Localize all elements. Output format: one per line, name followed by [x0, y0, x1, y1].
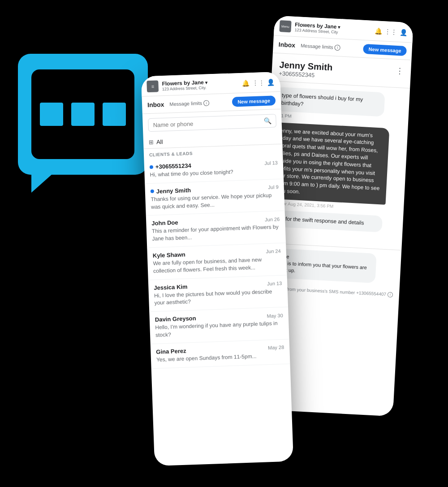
back-message-limits: Message limits i — [301, 43, 340, 51]
conv-more-options-icon[interactable]: ⋮ — [396, 66, 404, 76]
front-new-message-button[interactable]: New message — [232, 95, 276, 107]
outgoing-bubble-1: enny, we are excited about your mum's nd… — [271, 122, 390, 204]
back-biz-info: Flowers by Jane ▾ 123 Address Street, Ci… — [294, 22, 340, 34]
filter-icon: ⊞ — [149, 139, 154, 146]
front-grid-icon[interactable]: ⋮⋮ — [254, 78, 263, 87]
msg-text-2: you for the swift response and details — [275, 215, 364, 226]
conv-preview-3: We are fully open for business, and have… — [153, 255, 281, 275]
front-dropdown-arrow-icon[interactable]: ▾ — [205, 80, 207, 85]
unread-dot-1 — [151, 190, 154, 193]
bubble-outer — [18, 54, 148, 175]
back-header-icons: 🔔 ⋮⋮ 👤 — [374, 27, 408, 37]
msg-text-0: type of flowers should i buy for my birt… — [281, 92, 363, 107]
incoming-bubble-0: type of flowers should i buy for my birt… — [275, 87, 385, 116]
conv-date-0: Jul 13 — [264, 160, 278, 166]
message-item-1: enny, we are excited about your mum's nd… — [270, 122, 402, 212]
dropdown-arrow-icon[interactable]: ▾ — [338, 24, 340, 29]
msg-text-1: enny, we are excited about your mum's nd… — [276, 127, 379, 195]
search-icon: 🔍 — [263, 117, 271, 125]
back-menu-icon[interactable]: Menu — [279, 20, 291, 32]
conv-item-2[interactable]: John Doe Jun 26 This a reminder for your… — [146, 211, 286, 248]
front-biz-info: Flowers by Jane ▾ 123 Address Street, Ci… — [162, 79, 207, 92]
conv-sender-4: Jessica Kim — [154, 283, 188, 291]
conv-date-5: May 30 — [267, 313, 283, 319]
conv-item-1[interactable]: Jenny Smith Jul 9 Thanks for using our s… — [145, 179, 284, 216]
sms-info-icon[interactable]: i — [388, 292, 393, 297]
conv-preview-5: Hello, I'm wondering if you have any pur… — [155, 319, 284, 339]
front-bell-icon[interactable]: 🔔 — [241, 79, 250, 87]
conv-sender-6: Gina Perez — [156, 347, 186, 355]
search-box: 🔍 — [148, 114, 276, 132]
search-input[interactable] — [153, 118, 260, 128]
back-new-message-button[interactable]: New message — [363, 44, 407, 56]
limits-info-icon[interactable]: i — [334, 44, 340, 51]
unread-dot-0 — [150, 165, 153, 168]
front-biz-addr: 123 Address Street, City. — [162, 86, 208, 92]
message-item-0: type of flowers should i buy for my birt… — [275, 87, 404, 124]
conv-sender-1: Jenny Smith — [151, 187, 191, 195]
scene: Menu Flowers by Jane ▾ 123 Address Stree… — [0, 0, 448, 487]
conv-preview-4: Hi, I love the pictures but how would yo… — [154, 288, 283, 307]
front-limits-info-icon[interactable]: i — [203, 100, 209, 106]
back-header-left: Menu Flowers by Jane ▾ 123 Address Stree… — [279, 20, 340, 35]
front-menu-icon[interactable]: ☰ — [146, 80, 159, 92]
bubble-dot-2 — [71, 103, 95, 126]
conv-date-3: Jun 24 — [266, 249, 280, 254]
conv-contact-info: Jenny Smith +3065552345 — [279, 60, 333, 79]
conv-date-1: Jul 9 — [268, 184, 279, 190]
conv-header-row: Jenny Smith +3065552345 ⋮ — [279, 60, 404, 83]
conv-sender-5: Davin Greyson — [155, 315, 196, 323]
filter-all-label[interactable]: All — [156, 138, 163, 145]
front-header-left: ☰ Flowers by Jane ▾ 123 Address Street, … — [146, 79, 207, 93]
conv-sender-0: +3065551234 — [150, 162, 191, 170]
bubble-inner — [31, 69, 134, 159]
conversation-list: +3065551234 Jul 13 Hi, what time do you … — [144, 155, 290, 369]
menu-icon-label: Menu — [281, 25, 289, 28]
front-inbox-tab[interactable]: Inbox — [147, 101, 164, 108]
phone-front: ☰ Flowers by Jane ▾ 123 Address Street, … — [141, 72, 293, 466]
front-header-icons: 🔔 ⋮⋮ 👤 — [241, 78, 275, 87]
front-message-limits: Message limits i — [169, 100, 209, 107]
chat-bubble-icon — [18, 54, 161, 197]
conv-date-2: Jun 26 — [265, 216, 280, 222]
conv-sender-3: Kyle Shawn — [153, 251, 185, 259]
front-menu-label: ☰ — [151, 85, 154, 88]
back-inbox-tab[interactable]: Inbox — [278, 41, 295, 49]
conv-date-4: Jun 13 — [267, 280, 282, 286]
front-account-icon[interactable]: 👤 — [267, 78, 275, 86]
message-item-2: you for the swift response and details 4… — [269, 210, 398, 240]
bubble-dot-1 — [40, 103, 63, 126]
conv-item-5[interactable]: Davin Greyson May 30 Hello, I'm wonderin… — [149, 307, 289, 344]
grid-icon[interactable]: ⋮⋮ — [387, 28, 395, 36]
conv-item-6[interactable]: Gina Perez May 28 Yes, we are open Sunda… — [151, 339, 290, 369]
conv-item-4[interactable]: Jessica Kim Jun 13 Hi, I love the pictur… — [148, 275, 288, 312]
conv-sender-2: John Doe — [151, 219, 178, 227]
bell-icon[interactable]: 🔔 — [374, 27, 383, 35]
msg-time-0: 3:51 PM — [275, 112, 403, 124]
conv-preview-2: This a reminder for your appointment wit… — [152, 223, 280, 243]
bubble-dot-3 — [103, 103, 126, 126]
conv-preview-1: Thanks for using our service. We hope yo… — [151, 191, 279, 211]
conv-item-3[interactable]: Kyle Shawn Jun 24 We are fully open for … — [147, 243, 287, 280]
account-icon[interactable]: 👤 — [399, 28, 408, 37]
conv-date-6: May 28 — [268, 345, 284, 350]
